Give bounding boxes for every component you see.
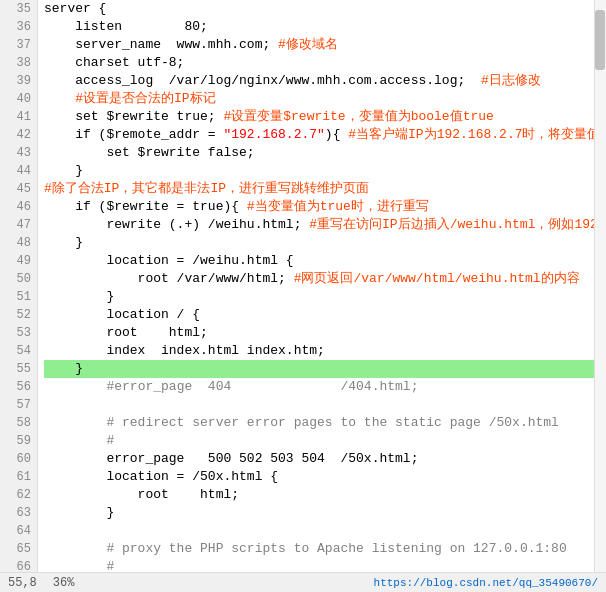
code-line: #除了合法IP，其它都是非法IP，进行重写跳转维护页面	[44, 180, 606, 198]
code-token: server_name www.mhh.com;	[44, 36, 278, 54]
line-number: 44	[0, 162, 37, 180]
code-line: listen 80;	[44, 18, 606, 36]
code-token: #	[44, 432, 114, 450]
line-number: 51	[0, 288, 37, 306]
code-line: server_name www.mhh.com; #修改域名	[44, 36, 606, 54]
code-token: ){	[325, 126, 348, 144]
code-content[interactable]: server { listen 80; server_name www.mhh.…	[38, 0, 606, 572]
code-token: }	[44, 234, 83, 252]
scrollbar-thumb[interactable]	[595, 10, 605, 70]
code-line: }	[44, 234, 606, 252]
code-line: }	[44, 504, 606, 522]
line-number: 47	[0, 216, 37, 234]
code-line: charset utf-8;	[44, 54, 606, 72]
line-number: 58	[0, 414, 37, 432]
code-line: location = /50x.html {	[44, 468, 606, 486]
code-line: root /var/www/html; #网页返回/var/www/html/w…	[44, 270, 606, 288]
code-token: }	[44, 504, 114, 522]
line-number: 55	[0, 360, 37, 378]
line-number: 36	[0, 18, 37, 36]
line-number: 45	[0, 180, 37, 198]
code-token: #网页返回/var/www/html/weihu.html的内容	[294, 270, 580, 288]
line-number: 66	[0, 558, 37, 572]
code-token: rewrite (.+) /weihu.html;	[44, 216, 309, 234]
line-number: 35	[0, 0, 37, 18]
line-number: 48	[0, 234, 37, 252]
scrollbar-vertical[interactable]	[594, 0, 606, 572]
line-number: 56	[0, 378, 37, 396]
code-line: #error_page 404 /404.html;	[44, 378, 606, 396]
code-token: if ($rewrite = true){	[44, 198, 247, 216]
code-token: location = /weihu.html {	[44, 252, 294, 270]
code-line: # redirect server error pages to the sta…	[44, 414, 606, 432]
code-line: if ($remote_addr = "192.168.2.7"){ #当客户端…	[44, 126, 606, 144]
line-number: 62	[0, 486, 37, 504]
code-token: #日志修改	[481, 72, 541, 90]
line-numbers: 3536373839404142434445464748495051525354…	[0, 0, 38, 572]
status-bar: 55,8 36% https://blog.csdn.net/qq_354906…	[0, 572, 606, 592]
code-line: set $rewrite false;	[44, 144, 606, 162]
line-number: 61	[0, 468, 37, 486]
code-token	[44, 378, 106, 396]
code-line	[44, 522, 606, 540]
code-token: #	[44, 558, 114, 572]
line-number: 38	[0, 54, 37, 72]
code-line: }	[44, 360, 606, 378]
code-token: if ($remote_addr =	[44, 126, 223, 144]
code-token: root html;	[44, 486, 239, 504]
code-token: #设置变量$rewrite，变量值为boole值true	[223, 108, 493, 126]
line-number: 42	[0, 126, 37, 144]
code-line: location = /weihu.html {	[44, 252, 606, 270]
code-line: server {	[44, 0, 606, 18]
code-token: #重写在访问IP后边插入/weihu.html，例如192.168.2.8/we…	[309, 216, 606, 234]
code-token: location = /50x.html {	[44, 468, 278, 486]
code-line: # proxy the PHP scripts to Apache listen…	[44, 540, 606, 558]
code-token: root html;	[44, 324, 208, 342]
code-token: }	[44, 360, 83, 378]
line-number: 53	[0, 324, 37, 342]
code-line: error_page 500 502 503 504 /50x.html;	[44, 450, 606, 468]
line-number: 40	[0, 90, 37, 108]
code-line: if ($rewrite = true){ #当变量值为true时，进行重写	[44, 198, 606, 216]
code-area: 3536373839404142434445464748495051525354…	[0, 0, 606, 572]
code-line: #	[44, 558, 606, 572]
code-token: access_log /var/log/nginx/www.mhh.com.ac…	[44, 72, 481, 90]
line-number: 39	[0, 72, 37, 90]
line-number: 43	[0, 144, 37, 162]
line-number: 46	[0, 198, 37, 216]
cursor-position: 55,8	[8, 576, 37, 590]
line-number: 41	[0, 108, 37, 126]
line-number: 52	[0, 306, 37, 324]
code-line: location / {	[44, 306, 606, 324]
code-token: set $rewrite false;	[44, 144, 255, 162]
zoom-level: 36%	[53, 576, 75, 590]
code-line: index index.html index.htm;	[44, 342, 606, 360]
code-token: # redirect server error pages to the sta…	[44, 414, 559, 432]
code-token: set $rewrite true;	[44, 108, 223, 126]
code-line: #	[44, 432, 606, 450]
code-token: server {	[44, 0, 106, 18]
line-number: 59	[0, 432, 37, 450]
code-token: #除了合法IP，其它都是非法IP，进行重写跳转维护页面	[44, 180, 369, 198]
code-token: location / {	[44, 306, 200, 324]
code-token: # proxy the PHP scripts to Apache listen…	[44, 540, 567, 558]
code-token: charset utf-8;	[44, 54, 184, 72]
code-token: #error_page 404 /404.html;	[106, 378, 418, 396]
editor-container: 3536373839404142434445464748495051525354…	[0, 0, 606, 592]
code-line: }	[44, 288, 606, 306]
line-number: 37	[0, 36, 37, 54]
code-token: #当客户端IP为192.168.2.7时，将变量值设为false，不进行重写	[348, 126, 606, 144]
code-token: index index.html index.htm;	[44, 342, 325, 360]
code-token: #当变量值为true时，进行重写	[247, 198, 429, 216]
code-line: root html;	[44, 324, 606, 342]
code-line: rewrite (.+) /weihu.html; #重写在访问IP后边插入/w…	[44, 216, 606, 234]
line-number: 50	[0, 270, 37, 288]
status-left: 55,8 36%	[8, 576, 74, 590]
line-number: 54	[0, 342, 37, 360]
status-url[interactable]: https://blog.csdn.net/qq_35490670/	[374, 577, 598, 589]
code-token: }	[44, 288, 114, 306]
code-line	[44, 396, 606, 414]
code-token: #设置是否合法的IP标记	[44, 90, 216, 108]
code-token: "192.168.2.7"	[223, 126, 324, 144]
code-line: access_log /var/log/nginx/www.mhh.com.ac…	[44, 72, 606, 90]
